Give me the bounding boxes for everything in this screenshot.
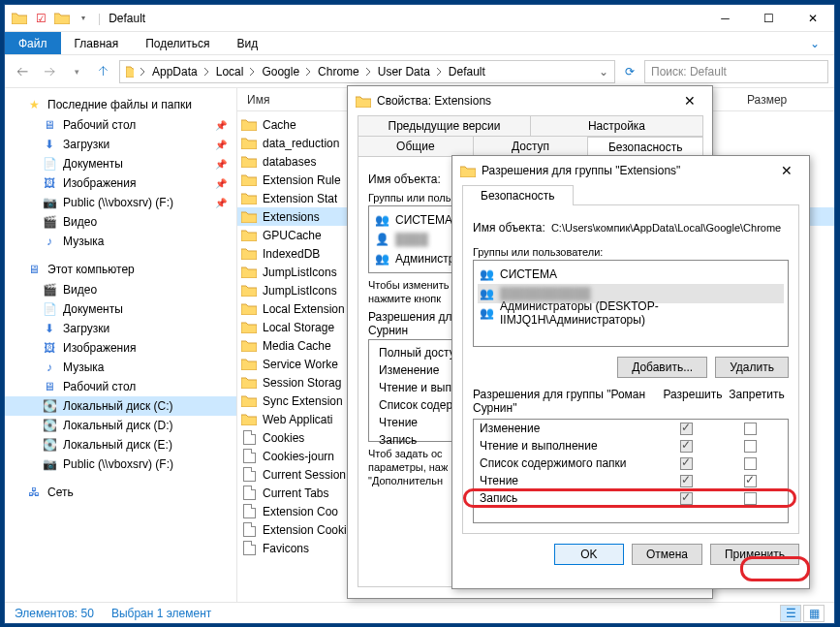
allow-checkbox[interactable]	[680, 423, 693, 435]
breadcrumb[interactable]: AppData Local Google Chrome User Data De…	[119, 60, 615, 83]
sidebar-item[interactable]: 💽Локальный диск (D:)	[5, 416, 236, 435]
item-icon: 📷	[42, 195, 57, 210]
sidebar-item[interactable]: ♪Музыка	[5, 232, 236, 251]
sidebar-item[interactable]: 🎬Видео	[5, 212, 236, 232]
item-icon: 🖼	[42, 175, 57, 191]
network-header[interactable]: 🖧Сеть	[5, 482, 236, 503]
users-icon: 👥	[480, 287, 494, 300]
deny-checkbox[interactable]	[744, 492, 757, 505]
permissions-for-label: Разрешения для группы "Роман Сурнин"	[473, 388, 661, 415]
crumb[interactable]: Chrome	[314, 65, 363, 78]
cancel-button[interactable]: Отмена	[632, 544, 702, 565]
tab[interactable]: Предыдущие версии	[358, 115, 531, 137]
user-row[interactable]: 👥Администраторы (DESKTOP-IIMJQ1H\Админис…	[478, 303, 784, 323]
folder-icon	[460, 163, 476, 178]
users-icon: 👥	[375, 213, 389, 227]
statusbar: Элементов: 50 Выбран 1 элемент ☰ ▦	[5, 602, 834, 623]
sidebar-item[interactable]: 🖼Изображения📌	[5, 173, 236, 193]
crumb[interactable]: Default	[445, 65, 489, 78]
allow-checkbox[interactable]	[680, 457, 693, 470]
nav-history[interactable]: ▾	[65, 60, 88, 83]
deny-checkbox[interactable]	[744, 423, 757, 435]
sidebar-item[interactable]: ♪Музыка	[5, 358, 236, 377]
nav-up[interactable]: 🡡	[92, 60, 115, 83]
remove-button[interactable]: Удалить	[715, 357, 789, 378]
view-icons-button[interactable]: ▦	[803, 605, 824, 622]
close-icon[interactable]: ✕	[675, 93, 704, 109]
ribbon-tab[interactable]: Вид	[223, 32, 271, 54]
apply-button[interactable]: Применить	[710, 544, 799, 565]
ok-button[interactable]: OK	[554, 544, 624, 565]
file-icon	[241, 486, 257, 501]
crumb[interactable]: AppData	[148, 65, 202, 78]
dialog-title: Свойства: Extensions	[377, 94, 491, 108]
deny-checkbox[interactable]	[744, 475, 757, 487]
crumb[interactable]: User Data	[374, 65, 434, 78]
search-input[interactable]: Поиск: Default	[644, 60, 828, 83]
item-icon: ⬇	[42, 137, 57, 152]
folder-icon	[241, 338, 257, 354]
chevron-right-icon[interactable]	[305, 68, 312, 76]
sidebar-item[interactable]: 📄Документы📌	[5, 154, 236, 173]
chevron-right-icon[interactable]	[436, 68, 443, 76]
tab-security[interactable]: Безопасность	[462, 185, 574, 205]
nav-back[interactable]: 🡠	[11, 60, 34, 83]
view-details-button[interactable]: ☰	[780, 605, 801, 622]
refresh-button[interactable]: ⟳	[619, 60, 640, 83]
chevron-right-icon[interactable]	[249, 68, 256, 76]
folder-icon	[241, 209, 257, 225]
ribbon-expand[interactable]: ⌄	[795, 32, 834, 54]
crumb-dropdown[interactable]: ⌄	[595, 65, 612, 78]
tab[interactable]: Общие	[358, 136, 474, 157]
sidebar-item[interactable]: 📷Public (\\vboxsrv) (F:)📌	[5, 193, 236, 212]
close-button[interactable]: ✕	[791, 5, 834, 32]
sidebar-item[interactable]: 💽Локальный диск (E:)	[5, 435, 236, 455]
tab[interactable]: Настройка	[530, 115, 703, 137]
sidebar-item[interactable]: 💽Локальный диск (C:)	[5, 396, 236, 416]
item-icon: 🖥	[42, 117, 57, 133]
user-row[interactable]: 👥СИСТЕМА	[478, 265, 784, 284]
pc-icon: 🖥	[26, 262, 42, 277]
add-button[interactable]: Добавить...	[617, 357, 707, 378]
object-path: C:\Users\компик\AppData\Local\Google\Chr…	[551, 222, 781, 234]
item-icon: ♪	[42, 234, 57, 249]
allow-checkbox[interactable]	[680, 492, 693, 505]
sidebar-item[interactable]: ⬇Загрузки	[5, 319, 236, 338]
chevron-right-icon[interactable]	[140, 68, 146, 76]
permission-row: Список содержимого папки	[474, 455, 788, 472]
tab[interactable]: Доступ	[473, 136, 589, 157]
sidebar-item[interactable]: 🎬Видео	[5, 280, 236, 299]
column-size[interactable]: Размер	[737, 93, 834, 107]
allow-checkbox[interactable]	[680, 475, 693, 487]
close-icon[interactable]: ✕	[772, 163, 801, 178]
file-icon	[241, 467, 257, 483]
sidebar-item[interactable]: 📷Public (\\vboxsrv) (F:)	[5, 455, 236, 474]
network-icon: 🖧	[26, 485, 42, 500]
minimize-button[interactable]: ─	[703, 5, 747, 32]
quick-access-header[interactable]: ★Последние файлы и папки	[5, 94, 236, 115]
crumb[interactable]: Local	[212, 65, 248, 78]
sidebar: ★Последние файлы и папки 🖥Рабочий стол📌⬇…	[5, 88, 237, 602]
qat-dropdown[interactable]: ▾	[75, 10, 92, 27]
chevron-right-icon[interactable]	[203, 68, 210, 76]
crumb[interactable]: Google	[258, 65, 303, 78]
allow-header: Разрешить	[661, 388, 725, 415]
this-pc-header[interactable]: 🖥Этот компьютер	[5, 259, 236, 280]
ribbon-tab[interactable]: Главная	[61, 32, 133, 54]
sidebar-item[interactable]: 📄Документы	[5, 299, 236, 319]
sidebar-item[interactable]: ⬇Загрузки📌	[5, 135, 236, 154]
deny-checkbox[interactable]	[744, 440, 757, 453]
ribbon-tab[interactable]: Поделиться	[132, 32, 223, 54]
allow-checkbox[interactable]	[680, 440, 693, 453]
sidebar-item[interactable]: 🖥Рабочий стол📌	[5, 115, 236, 135]
folder-icon	[241, 117, 257, 133]
folder-icon	[122, 64, 138, 79]
chevron-right-icon[interactable]	[365, 68, 372, 76]
ribbon-file-tab[interactable]: Файл	[5, 32, 61, 54]
sidebar-item[interactable]: 🖥Рабочий стол	[5, 377, 236, 396]
sidebar-item[interactable]: 🖼Изображения	[5, 338, 236, 358]
qat-properties-icon[interactable]: ☑	[32, 10, 49, 27]
maximize-button[interactable]: ☐	[747, 5, 791, 32]
deny-checkbox[interactable]	[744, 457, 757, 470]
users-icon: 👥	[480, 306, 494, 320]
